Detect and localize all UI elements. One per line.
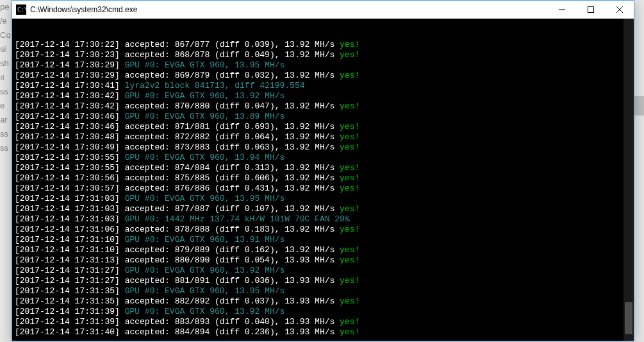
- log-line: [2017-12-14 17:30:55] GPU #0: EVGA GTX 9…: [15, 153, 631, 163]
- svg-rect-3: [588, 7, 593, 13]
- log-line: [2017-12-14 17:31:03] GPU #0: EVGA GTX 9…: [15, 194, 631, 204]
- log-gpu-message: GPU #0: EVGA GTX 960, 13.95 MH/s: [125, 194, 285, 203]
- log-timestamp: [2017-12-14 17:30:42]: [15, 91, 125, 101]
- log-timestamp: [2017-12-14 17:30:22]: [15, 40, 125, 49]
- log-yes-tag: yes!: [340, 71, 359, 80]
- log-line: [2017-12-14 17:30:23] accepted: 868/878 …: [15, 50, 631, 60]
- window-titlebar[interactable]: C:\ C:\Windows\system32\cmd.exe: [12, 1, 634, 19]
- log-line: [2017-12-14 17:31:03] accepted: 877/887 …: [15, 204, 631, 214]
- log-timestamp: [2017-12-14 17:31:03]: [15, 214, 125, 224]
- log-gpu-message: GPU #0: 1442 MHz 137.74 kH/W 101W 70C FA…: [125, 214, 350, 224]
- log-line: [2017-12-14 17:30:46] accepted: 871/881 …: [15, 122, 631, 132]
- log-timestamp: [2017-12-14 17:31:03]: [15, 194, 125, 203]
- log-timestamp: [2017-12-14 17:31:39]: [15, 307, 125, 316]
- log-timestamp: [2017-12-14 17:30:57]: [15, 184, 125, 193]
- log-timestamp: [2017-12-14 17:30:48]: [15, 132, 125, 142]
- log-line: [2017-12-14 17:31:39] GPU #0: EVGA GTX 9…: [15, 307, 631, 317]
- console-scrollbar[interactable]: [623, 19, 634, 341]
- log-timestamp: [2017-12-14 17:30:41]: [15, 81, 125, 90]
- log-timestamp: [2017-12-14 17:30:23]: [15, 50, 125, 60]
- log-gpu-message: GPU #0: EVGA GTX 960, 13.94 MH/s: [125, 153, 285, 162]
- log-accepted-message: accepted: 883/893 (diff 0.040), 13.93 MH…: [125, 317, 340, 327]
- log-accepted-message: accepted: 873/883 (diff 0.063), 13.92 MH…: [125, 142, 340, 152]
- log-yes-tag: yes!: [340, 50, 359, 60]
- log-accepted-message: accepted: 869/879 (diff 0.032), 13.92 MH…: [125, 71, 340, 80]
- console-output[interactable]: [2017-12-14 17:30:22] accepted: 867/877 …: [12, 19, 634, 341]
- close-button[interactable]: [605, 1, 634, 19]
- log-block-message: lyra2v2 block 841713, diff 42199.554: [125, 81, 305, 90]
- log-yes-tag: yes!: [340, 276, 359, 286]
- log-gpu-message: GPU #0: EVGA GTX 960, 13.92 MH/s: [125, 307, 285, 316]
- log-timestamp: [2017-12-14 17:31:10]: [15, 235, 125, 244]
- log-accepted-message: accepted: 867/877 (diff 0.039), 13.92 MH…: [125, 40, 340, 49]
- log-gpu-message: GPU #0: EVGA GTX 960, 13.95 MH/s: [125, 60, 285, 70]
- log-yes-tag: yes!: [340, 204, 359, 214]
- maximize-button[interactable]: [576, 1, 605, 19]
- log-accepted-message: accepted: 868/878 (diff 0.049), 13.92 MH…: [125, 50, 340, 60]
- log-line: [2017-12-14 17:30:56] accepted: 875/885 …: [15, 173, 631, 184]
- minimize-button[interactable]: [547, 1, 576, 19]
- log-line: [2017-12-14 17:31:13] accepted: 880/890 …: [15, 255, 631, 266]
- log-line: [2017-12-14 17:31:10] GPU #0: EVGA GTX 9…: [15, 235, 631, 245]
- log-line: [2017-12-14 17:31:03] GPU #0: 1442 MHz 1…: [15, 214, 631, 225]
- log-line: [2017-12-14 17:31:10] accepted: 879/889 …: [15, 245, 631, 255]
- console-scrollbar-thumb[interactable]: [625, 302, 632, 334]
- log-line: [2017-12-14 17:30:22] accepted: 867/877 …: [15, 40, 631, 50]
- log-yes-tag: yes!: [340, 173, 359, 183]
- log-accepted-message: accepted: 881/891 (diff 0.036), 13.93 MH…: [125, 276, 340, 286]
- log-yes-tag: yes!: [340, 142, 359, 152]
- log-yes-tag: yes!: [340, 317, 359, 327]
- log-line: [2017-12-14 17:30:46] GPU #0: EVGA GTX 9…: [15, 112, 631, 122]
- log-timestamp: [2017-12-14 17:31:27]: [15, 276, 125, 286]
- log-line: [2017-12-14 17:31:27] accepted: 881/891 …: [15, 276, 631, 286]
- log-timestamp: [2017-12-14 17:31:13]: [15, 255, 125, 265]
- log-yes-tag: yes!: [340, 296, 359, 306]
- log-accepted-message: accepted: 879/889 (diff 0.162), 13.92 MH…: [125, 245, 340, 255]
- log-yes-tag: yes!: [340, 163, 359, 173]
- log-yes-tag: yes!: [340, 225, 359, 234]
- log-gpu-message: GPU #0: EVGA GTX 960, 13.91 MH/s: [125, 235, 285, 244]
- log-accepted-message: accepted: 871/881 (diff 0.693), 13.92 MH…: [125, 122, 340, 132]
- log-accepted-message: accepted: 870/880 (diff 0.047), 13.92 MH…: [125, 101, 340, 111]
- log-gpu-message: GPU #0: EVGA GTX 960, 13.89 MH/s: [125, 112, 285, 121]
- log-line: [2017-12-14 17:30:29] GPU #0: EVGA GTX 9…: [15, 60, 631, 71]
- log-timestamp: [2017-12-14 17:31:10]: [15, 245, 125, 255]
- log-accepted-message: accepted: 882/892 (diff 0.037), 13.93 MH…: [125, 296, 340, 306]
- svg-text:C:\: C:\: [17, 6, 26, 13]
- background-scrollbar[interactable]: [634, 96, 644, 115]
- log-accepted-message: accepted: 880/890 (diff 0.054), 13.93 MH…: [125, 255, 340, 265]
- log-yes-tag: yes!: [340, 101, 359, 111]
- log-timestamp: [2017-12-14 17:31:06]: [15, 225, 125, 234]
- log-line: [2017-12-14 17:31:35] GPU #0: EVGA GTX 9…: [15, 286, 631, 296]
- log-accepted-message: accepted: 872/882 (diff 0.064), 13.92 MH…: [125, 132, 340, 142]
- log-yes-tag: yes!: [340, 40, 359, 49]
- log-timestamp: [2017-12-14 17:30:46]: [15, 112, 125, 121]
- log-yes-tag: yes!: [340, 132, 359, 142]
- log-gpu-message: GPU #0: EVGA GTX 960, 13.92 MH/s: [125, 91, 285, 101]
- log-timestamp: [2017-12-14 17:31:27]: [15, 266, 125, 275]
- log-gpu-message: GPU #0: EVGA GTX 960, 13.95 MH/s: [125, 286, 285, 296]
- log-accepted-message: accepted: 875/885 (diff 0.606), 13.92 MH…: [125, 173, 340, 183]
- log-timestamp: [2017-12-14 17:30:29]: [15, 60, 125, 70]
- log-line: [2017-12-14 17:30:57] accepted: 876/886 …: [15, 184, 631, 194]
- log-timestamp: [2017-12-14 17:30:29]: [15, 71, 125, 80]
- log-timestamp: [2017-12-14 17:31:03]: [15, 204, 125, 214]
- log-line: [2017-12-14 17:31:40] accepted: 884/894 …: [15, 327, 631, 338]
- log-timestamp: [2017-12-14 17:31:35]: [15, 286, 125, 296]
- log-timestamp: [2017-12-14 17:31:35]: [15, 296, 125, 306]
- log-yes-tag: yes!: [340, 255, 359, 265]
- log-line: [2017-12-14 17:30:49] accepted: 873/883 …: [15, 142, 631, 153]
- log-line: [2017-12-14 17:30:48] accepted: 872/882 …: [15, 132, 631, 142]
- log-timestamp: [2017-12-14 17:30:49]: [15, 142, 125, 152]
- log-timestamp: [2017-12-14 17:30:55]: [15, 153, 125, 162]
- window-title: C:\Windows\system32\cmd.exe: [30, 5, 137, 14]
- log-line: [2017-12-14 17:30:42] accepted: 870/880 …: [15, 101, 631, 112]
- log-line: [2017-12-14 17:31:39] accepted: 883/893 …: [15, 317, 631, 327]
- log-accepted-message: accepted: 876/886 (diff 0.431), 13.92 MH…: [125, 184, 340, 193]
- log-accepted-message: accepted: 874/884 (diff 0.313), 13.92 MH…: [125, 163, 340, 173]
- log-timestamp: [2017-12-14 17:30:55]: [15, 163, 125, 173]
- log-gpu-message: GPU #0: EVGA GTX 960, 13.92 MH/s: [125, 266, 285, 275]
- log-yes-tag: yes!: [340, 122, 359, 132]
- log-timestamp: [2017-12-14 17:30:46]: [15, 122, 125, 132]
- cmd-icon: C:\: [16, 4, 26, 15]
